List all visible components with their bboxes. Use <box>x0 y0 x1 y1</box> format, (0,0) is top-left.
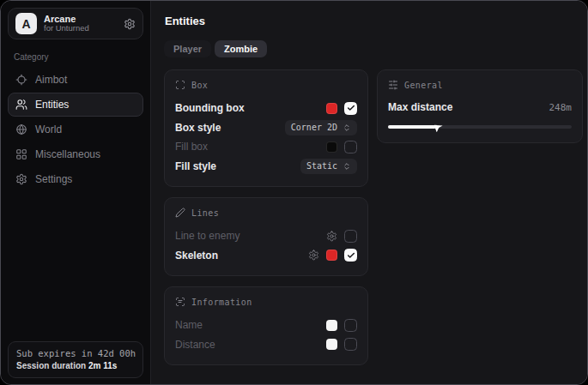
setting-label: Skeleton <box>175 250 218 262</box>
row-settings-gear-icon[interactable] <box>326 231 337 242</box>
tab-zombie[interactable]: Zombie <box>215 40 267 57</box>
app-window: A Arcane for Unturned Category Aimbot <box>0 0 588 385</box>
slider-thumb-arrow-icon[interactable] <box>434 123 444 132</box>
setting-row-box-style: Box style Corner 2D <box>175 118 357 138</box>
sidebar-item-entities[interactable]: Entities <box>8 93 143 117</box>
slider-fill <box>388 125 436 129</box>
color-swatch[interactable] <box>326 103 337 114</box>
sidebar-item-aimbot[interactable]: Aimbot <box>8 68 143 92</box>
setting-label: Name <box>175 319 203 331</box>
sidebar: A Arcane for Unturned Category Aimbot <box>1 1 151 384</box>
brand-card: A Arcane for Unturned <box>8 8 143 39</box>
distance-checkbox[interactable] <box>344 338 357 351</box>
setting-label: Line to enemy <box>175 230 239 242</box>
sliders-icon <box>388 80 398 90</box>
color-swatch[interactable] <box>326 250 337 261</box>
session-duration: Session duration 2m 11s <box>16 361 135 370</box>
name-checkbox[interactable] <box>344 319 357 332</box>
sidebar-item-world[interactable]: World <box>8 117 143 141</box>
card-title: Box <box>191 81 208 90</box>
setting-row-distance: Distance <box>175 335 357 355</box>
sidebar-item-settings[interactable]: Settings <box>8 167 143 191</box>
users-icon <box>15 99 27 111</box>
setting-row-fill-style: Fill style Static <box>175 157 357 177</box>
setting-label: Fill style <box>175 160 216 172</box>
card-title: Lines <box>191 208 219 218</box>
chevrons-up-down-icon <box>342 162 351 171</box>
max-distance-value: 248m <box>549 102 573 113</box>
color-swatch[interactable] <box>326 320 337 331</box>
color-swatch[interactable] <box>326 141 337 153</box>
sidebar-item-label: Settings <box>35 173 72 185</box>
setting-label: Fill box <box>175 141 208 153</box>
max-distance-slider[interactable] <box>388 122 572 132</box>
chevrons-up-down-icon <box>342 123 351 132</box>
main-panel: Entities Player Zombie Box Bounding box <box>151 1 588 384</box>
setting-label: Distance <box>175 339 215 351</box>
category-label: Category <box>14 52 143 62</box>
sidebar-item-label: Entities <box>35 99 69 111</box>
crosshair-icon <box>15 74 27 86</box>
sidebar-item-miscellaneous[interactable]: Miscellaneous <box>8 142 143 166</box>
setting-row-line-to-enemy: Line to enemy <box>175 226 357 246</box>
tab-player[interactable]: Player <box>164 40 211 57</box>
box-card: Box Bounding box Box style <box>164 69 368 187</box>
setting-label: Box style <box>175 122 221 134</box>
scan-text-icon <box>175 297 185 307</box>
bounding-box-checkbox[interactable] <box>344 102 357 115</box>
sidebar-item-label: World <box>35 123 62 135</box>
app-logo-letter: A <box>21 17 30 31</box>
line-to-enemy-checkbox[interactable] <box>344 230 357 243</box>
setting-row-fill-box: Fill box <box>175 137 357 157</box>
gear-icon <box>15 173 27 185</box>
lines-card: Lines Line to enemy <box>164 197 368 276</box>
color-swatch[interactable] <box>326 339 337 350</box>
setting-row-skeleton: Skeleton <box>175 246 357 266</box>
sidebar-item-label: Miscellaneous <box>35 148 100 160</box>
grid-icon <box>15 148 27 160</box>
fill-box-checkbox[interactable] <box>344 141 357 153</box>
subscription-expiry: Sub expires in 42d 00h <box>16 348 135 358</box>
skeleton-checkbox[interactable] <box>344 249 357 262</box>
sidebar-nav: Aimbot Entities World Miscellaneous <box>8 68 143 192</box>
box-style-dropdown[interactable]: Corner 2D <box>285 120 357 135</box>
page-title: Entities <box>165 15 583 27</box>
pencil-line-icon <box>175 208 185 218</box>
tab-bar: Player Zombie <box>164 40 583 57</box>
app-logo: A <box>15 13 37 34</box>
app-subtitle: for Unturned <box>44 24 117 33</box>
setting-row-name: Name <box>175 316 357 335</box>
brand-gear-icon[interactable] <box>124 18 136 30</box>
card-title: Information <box>191 298 252 307</box>
general-card: General Max distance 248m <box>377 69 583 143</box>
box-corners-icon <box>175 80 185 90</box>
globe-icon <box>15 123 27 135</box>
fill-style-dropdown[interactable]: Static <box>300 159 357 174</box>
sidebar-item-label: Aimbot <box>35 74 67 86</box>
card-title: General <box>404 81 443 90</box>
setting-label: Max distance <box>388 101 452 113</box>
row-settings-gear-icon[interactable] <box>308 250 319 261</box>
subscription-card: Sub expires in 42d 00h Session duration … <box>8 341 143 378</box>
setting-row-bounding-box: Bounding box <box>175 99 357 118</box>
setting-row-max-distance: Max distance 248m <box>388 99 572 116</box>
information-card: Information Name Distance <box>164 286 368 365</box>
setting-label: Bounding box <box>175 102 245 114</box>
